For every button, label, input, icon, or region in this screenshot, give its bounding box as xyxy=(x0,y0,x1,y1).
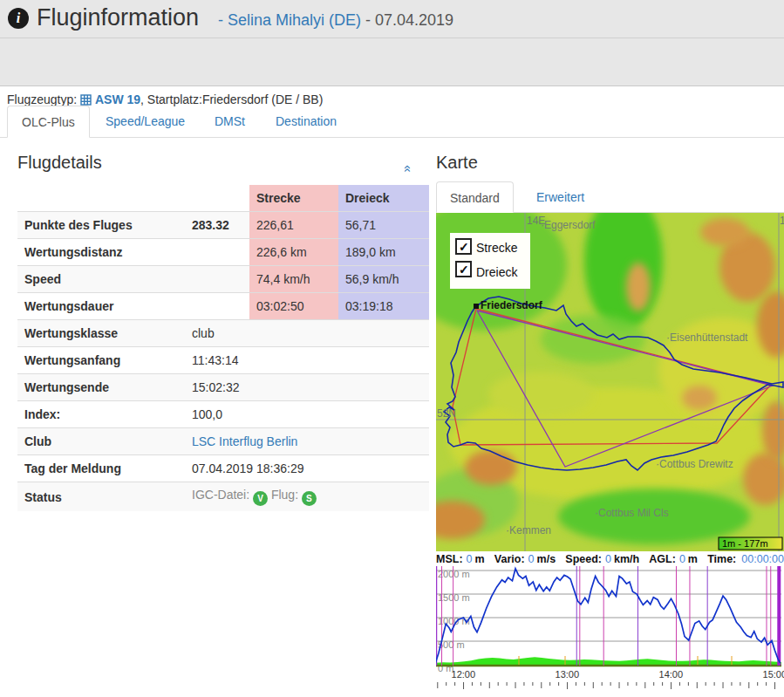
y-axis-label: 2000 m xyxy=(438,569,470,579)
row-label: Status xyxy=(17,482,185,512)
ground-elevation-area xyxy=(436,657,781,665)
tab-map-standard[interactable]: Standard xyxy=(436,181,514,213)
flight-details-table: StreckeDreieckPunkte des Fluges283.32226… xyxy=(17,185,429,511)
info-icon: i xyxy=(8,8,29,29)
tab-map-erweitert[interactable]: Erweitert xyxy=(523,181,597,213)
status-cell: IGC-Datei: V Flug: S xyxy=(185,482,429,512)
table-row: Tag der Meldung07.04.2019 18:36:29 xyxy=(17,455,429,482)
row-value[interactable]: LSC Interflug Berlin xyxy=(185,428,429,455)
map-section: Karte Standard Erweitert 14E·Eggersdorf xyxy=(436,153,784,689)
collapse-chevron-icon[interactable]: « xyxy=(400,165,415,172)
pilot-link[interactable]: - Selina Mihalyi (DE) xyxy=(218,11,361,29)
status-item: Vario:0m/s xyxy=(494,553,556,566)
row-label: Wertungsklasse xyxy=(17,320,185,347)
barogram-chart[interactable]: 0 m500 m1000 m1500 m2000 m12:0013:0014:0… xyxy=(436,566,784,689)
row-value xyxy=(185,266,249,293)
table-row: Wertungsdauer03:02:5003:19:18 xyxy=(17,293,429,320)
row-label: Speed xyxy=(17,266,185,293)
table-row: Wertungsklasseclub xyxy=(17,320,429,347)
terrain-map[interactable]: 14E·EggersdorfFriedersdorf·Eisenhüttenst… xyxy=(436,213,784,551)
tab-speed-league[interactable]: Speed/League xyxy=(92,106,199,138)
tab-dmst[interactable]: DMSt xyxy=(201,106,259,138)
flight-date: - 07.04.2019 xyxy=(361,11,453,29)
status-item: MSL:0m xyxy=(436,553,485,566)
flight-cursor-statusbar: MSL:0mVario:0m/sSpeed:0km/hAGL:0mTime:00… xyxy=(436,553,784,566)
map-tabbar: Standard Erweitert xyxy=(436,181,784,213)
row-label: Punkte des Fluges xyxy=(17,212,185,239)
row-label: Index: xyxy=(17,401,185,428)
table-row: StatusIGC-Datei: V Flug: S xyxy=(17,482,429,512)
flugdetails-title: Flugdetails xyxy=(17,153,412,173)
page-subtitle: - Selina Mihalyi (DE) - 07.04.2019 xyxy=(218,11,453,30)
status-time: Time:00:00:00 xyxy=(707,553,784,566)
flight-status-badge: S xyxy=(302,491,317,506)
map-scale: 1m - 177m xyxy=(719,537,782,550)
table-header-row: StreckeDreieck xyxy=(17,185,429,212)
dreieck-value: 56,71 xyxy=(338,212,429,239)
row-label: Wertungsdistanz xyxy=(17,239,185,266)
table-row: Speed74,4 km/h56,9 km/h xyxy=(17,266,429,293)
map-label: 52N xyxy=(437,407,456,420)
status-item: AGL:0m xyxy=(649,553,698,566)
row-label: Tag der Meldung xyxy=(17,455,185,482)
strecke-value: 226,6 km xyxy=(249,239,338,266)
row-value: 11:43:14 xyxy=(185,347,429,374)
y-axis-label: 1500 m xyxy=(438,592,470,603)
map-label: ·Eisenhüttenstadt xyxy=(666,331,748,344)
layer-toggle-panel: ✓ Strecke ✓ Dreieck xyxy=(450,233,530,289)
strecke-value: 03:02:50 xyxy=(249,293,338,320)
x-axis-label: 14:00 xyxy=(659,669,684,680)
row-label: Wertungsdauer xyxy=(17,293,185,320)
row-value: 100,0 xyxy=(185,401,429,428)
igc-valid-badge: V xyxy=(253,491,268,506)
page-title: Fluginformation xyxy=(37,4,199,31)
map-label: Friedersdorf xyxy=(481,299,543,311)
map-label: ·Cottbus Drewitz xyxy=(656,458,733,470)
tab-destination[interactable]: Destination xyxy=(262,106,351,138)
strecke-checkbox-label: Strecke xyxy=(476,241,518,255)
map-label: ·Kemmen xyxy=(506,524,551,536)
strecke-value: 226,61 xyxy=(249,212,338,239)
row-value: 15:02:32 xyxy=(185,374,429,401)
dreieck-value: 56,9 km/h xyxy=(338,266,429,293)
row-label: Club xyxy=(17,428,185,455)
strecke-value: 74,4 km/h xyxy=(249,266,338,293)
row-label: Wertungsanfang xyxy=(17,347,185,374)
x-axis-label: 15:00 xyxy=(763,669,784,680)
col-header-strecke: Strecke xyxy=(249,185,338,212)
row-value: 283.32 xyxy=(185,212,249,239)
map-label: ·Cottbus Mil Cls xyxy=(595,507,669,519)
scale-label: 1m - 177m xyxy=(722,538,768,549)
strecke-checkmark-icon: ✓ xyxy=(459,240,469,254)
table-row: Index:100,0 xyxy=(17,401,429,428)
flight-meta-band: Flugzeugtyp: ASW 19, Startplatz:Frieders… xyxy=(0,38,784,86)
col-header-dreieck: Dreieck xyxy=(338,185,429,212)
dreieck-checkbox-label: Dreieck xyxy=(476,265,518,279)
altitude-line xyxy=(436,569,780,663)
row-value xyxy=(185,293,249,320)
status-item: Speed:0km/h xyxy=(565,553,639,566)
table-row: Wertungsende15:02:32 xyxy=(17,374,429,401)
tab-olc-plus[interactable]: OLC-Plus xyxy=(7,106,90,138)
dreieck-value: 189,0 km xyxy=(338,239,429,266)
x-axis-label: 12:00 xyxy=(452,669,476,680)
flight-details-section: Flugdetails « StreckeDreieckPunkte des F… xyxy=(17,153,412,511)
row-label: Wertungsende xyxy=(17,374,185,401)
page-header: i Fluginformation - Selina Mihalyi (DE) … xyxy=(0,0,784,38)
dreieck-value: 03:19:18 xyxy=(338,293,429,320)
row-value: 07.04.2019 18:36:29 xyxy=(185,455,429,482)
table-row: Wertungsanfang11:43:14 xyxy=(17,347,429,374)
map-label: 15E xyxy=(780,215,784,227)
dreieck-checkmark-icon: ✓ xyxy=(459,263,469,277)
karte-title: Karte xyxy=(436,153,784,173)
table-row: Wertungsdistanz226,6 km189,0 km xyxy=(17,239,429,266)
table-row: ClubLSC Interflug Berlin xyxy=(17,428,429,455)
map-label: ·Eggersdorf xyxy=(541,219,596,231)
row-value xyxy=(185,239,249,266)
table-row: Punkte des Fluges283.32226,6156,71 xyxy=(17,212,429,239)
x-axis-label: 13:00 xyxy=(556,669,580,680)
igc-label: IGC-Datei: xyxy=(192,488,249,502)
row-value: club xyxy=(185,320,429,347)
main-tabbar: OLC-Plus Speed/League DMSt Destination xyxy=(0,105,784,138)
flug-label: Flug: xyxy=(271,488,298,502)
